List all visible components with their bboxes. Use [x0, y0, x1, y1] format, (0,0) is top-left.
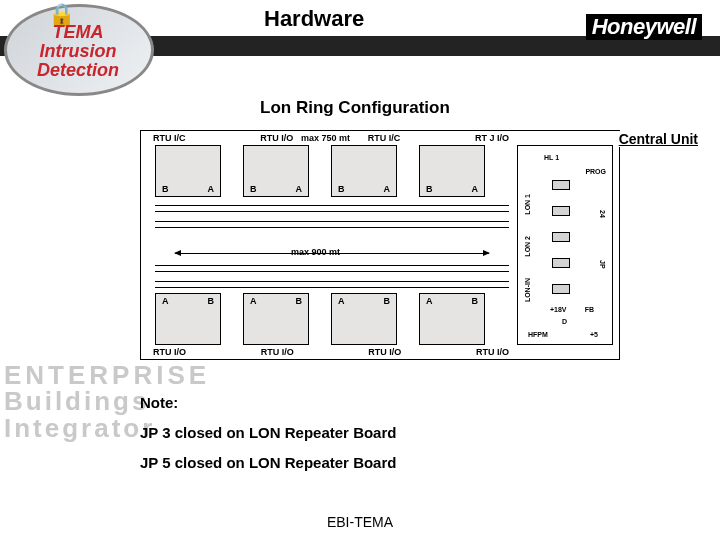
logo-text: TEMA Intrusion Detection	[8, 22, 148, 81]
rtu-label: RT J I/O	[475, 133, 509, 143]
product-logo: 🔒 TEMA Intrusion Detection	[0, 0, 170, 100]
port-b: B	[384, 296, 391, 306]
port-a: A	[250, 296, 257, 306]
wire	[155, 211, 509, 212]
rtu-label: RTU I/C	[153, 133, 186, 143]
central-unit-box: HL 1 PROG LON 1 LON 2 24 LON-IN JP +18V …	[517, 145, 613, 345]
pin-hfpm: HFPM	[528, 331, 548, 338]
pin-24: 24	[599, 210, 606, 218]
port-a: A	[208, 184, 215, 194]
rtu-label: RTU I/O	[153, 347, 186, 357]
central-unit-label: Central Unit	[617, 131, 700, 147]
chip-icon	[552, 258, 570, 268]
port-b: B	[472, 296, 479, 306]
rtu-box: BA	[331, 145, 397, 197]
port-b: B	[250, 184, 257, 194]
chip-icon	[552, 180, 570, 190]
logo-line3: Detection	[8, 60, 148, 81]
rtu-label: RTU I/C	[368, 133, 401, 143]
port-b: B	[296, 296, 303, 306]
port-b: B	[426, 184, 433, 194]
port-a: A	[296, 184, 303, 194]
pin-d: D	[562, 318, 567, 325]
pin-hl1: HL 1	[544, 154, 559, 161]
pin-plus5: +5	[590, 331, 598, 338]
wire	[155, 281, 509, 282]
footer-text: EBI-TEMA	[0, 514, 720, 530]
port-a: A	[162, 296, 169, 306]
page-title: Hardware	[264, 6, 364, 32]
max-distance-top: max 750 mt	[301, 133, 350, 143]
wire	[155, 287, 509, 288]
bus-wiring	[155, 201, 509, 291]
max-distance-mid: max 900 mt	[291, 247, 340, 257]
pin-fb: FB	[585, 306, 594, 313]
rtu-box: AB	[155, 293, 221, 345]
wire	[155, 271, 509, 272]
wire	[155, 265, 509, 266]
port-b: B	[208, 296, 215, 306]
lon-ring-diagram: RTU I/C RTU I/O RTU I/C RT J I/O max 750…	[140, 130, 620, 360]
chip-icon	[552, 232, 570, 242]
rtu-label: RTU I/O	[261, 347, 294, 357]
logo-line2: Intrusion	[8, 41, 148, 62]
rtu-label: RTU I/O	[260, 133, 293, 143]
rtu-box: BA	[243, 145, 309, 197]
port-a: A	[472, 184, 479, 194]
port-b: B	[338, 184, 345, 194]
notes-heading: Note:	[140, 388, 396, 418]
pin-lonin: LON-IN	[524, 278, 531, 302]
port-a: A	[426, 296, 433, 306]
central-pcb: HL 1 PROG LON 1 LON 2 24 LON-IN JP +18V …	[522, 150, 608, 340]
note-line: JP 5 closed on LON Repeater Board	[140, 448, 396, 478]
watermark-line: ENTERPRISE	[4, 362, 234, 388]
rtu-box: BA	[419, 145, 485, 197]
rtu-label: RTU I/O	[476, 347, 509, 357]
port-a: A	[338, 296, 345, 306]
wire	[155, 227, 509, 228]
rtu-box: AB	[243, 293, 309, 345]
rtu-box: BA	[155, 145, 221, 197]
chip-icon	[552, 206, 570, 216]
rtu-box: AB	[419, 293, 485, 345]
note-line: JP 3 closed on LON Repeater Board	[140, 418, 396, 448]
wire	[155, 221, 509, 222]
notes-block: Note: JP 3 closed on LON Repeater Board …	[140, 388, 396, 478]
rtu-box: AB	[331, 293, 397, 345]
subtitle: Lon Ring Configuration	[260, 98, 450, 118]
pin-plus18v: +18V	[550, 306, 567, 313]
rtu-bottom-labels: RTU I/O RTU I/O RTU I/O RTU I/O	[153, 347, 509, 357]
rtu-row-top: BA BA BA BA	[155, 145, 485, 197]
rtu-row-bottom: AB AB AB AB	[155, 293, 485, 345]
brand-logo: Honeywell	[586, 14, 702, 40]
pin-prog: PROG	[585, 168, 606, 175]
pin-jp: JP	[599, 260, 606, 269]
wire	[155, 205, 509, 206]
logo-line1: TEMA	[8, 22, 148, 43]
port-a: A	[384, 184, 391, 194]
chip-icon	[552, 284, 570, 294]
pin-lon1: LON 1	[524, 194, 531, 215]
pin-lon2: LON 2	[524, 236, 531, 257]
rtu-label: RTU I/O	[368, 347, 401, 357]
port-b: B	[162, 184, 169, 194]
